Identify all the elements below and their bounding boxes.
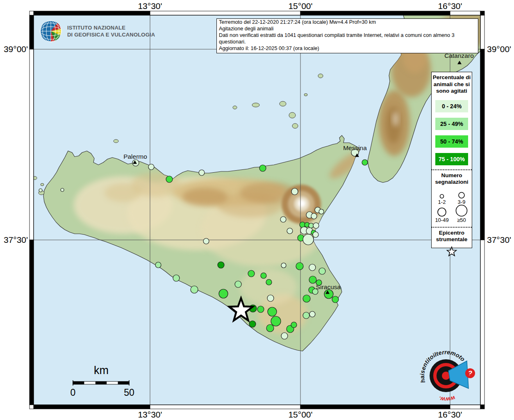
axis-bottom-1330: 13°30' — [130, 410, 171, 420]
axis-left-3730: 37°30' — [0, 235, 28, 245]
report-circle — [309, 276, 316, 283]
report-circle — [257, 306, 264, 313]
report-circle — [303, 295, 310, 302]
report-circle — [313, 232, 318, 237]
report-circle — [311, 213, 317, 219]
report-circle — [281, 263, 286, 268]
island — [304, 94, 307, 96]
scalebar-start: 0 — [65, 387, 81, 398]
event-subtitle: Agitazione degli animali — [219, 26, 476, 32]
terrain-blob — [182, 188, 227, 206]
report-circle — [313, 223, 319, 228]
report-circle — [191, 286, 198, 293]
island — [114, 139, 118, 143]
scalebar-unit: km — [77, 364, 126, 377]
axis-bottom-1500: 15°00' — [280, 410, 321, 420]
ingv-name-line2: DI GEOFISICA E VULCANOLOGIA — [67, 31, 155, 38]
report-circle — [324, 290, 333, 299]
legend-num-title: Numero segnalazioni — [432, 170, 472, 186]
report-circle — [267, 295, 274, 301]
terrain-blob — [105, 184, 141, 202]
report-circle — [219, 289, 228, 298]
legend-size-circle — [459, 192, 464, 198]
axis-right-3900: 39°00' — [487, 44, 511, 54]
legend-pct-title: Percentuale di animali che si sono agita… — [432, 72, 472, 95]
legend-size-class: 3-9 — [452, 187, 471, 205]
city-label: Palermo — [123, 153, 147, 160]
legend: Percentuale di animali che si sono agita… — [431, 72, 472, 248]
report-circle — [287, 228, 293, 234]
legend-swatch: 50 - 74% — [435, 135, 468, 148]
legend-size-circle — [456, 205, 467, 216]
report-circle — [280, 217, 286, 222]
legend-size-circle — [438, 208, 446, 216]
axis-bottom-1630: 16°30' — [430, 410, 471, 420]
legend-size-label: 1-2 — [432, 199, 452, 205]
legend-epi-title: Epicentro strumentale — [432, 228, 472, 243]
report-circle — [249, 321, 256, 327]
report-circle — [61, 188, 64, 192]
report-circle — [39, 189, 42, 192]
report-circle — [271, 316, 281, 326]
terrain-blob — [393, 112, 398, 126]
report-circle — [203, 238, 209, 244]
axis-right-3730: 37°30' — [487, 235, 511, 245]
report-circle — [319, 268, 325, 274]
report-circle — [266, 279, 272, 285]
report-circle — [303, 234, 314, 245]
svg-text:.it: .it — [466, 372, 473, 379]
island — [280, 101, 286, 106]
report-circle — [261, 273, 266, 278]
island — [292, 123, 298, 128]
legend-size-label: 10-49 — [432, 217, 452, 223]
event-info-box: Terremoto del 22-12-2020 21:27:24 (ora l… — [216, 18, 478, 53]
island — [233, 106, 237, 109]
legend-size-class: ≥50 — [452, 205, 471, 223]
city-label: Siracusa — [316, 283, 341, 290]
report-circle — [303, 312, 309, 319]
city-label: Messina — [343, 144, 367, 151]
island — [41, 183, 44, 186]
report-circle — [319, 209, 324, 214]
island — [318, 74, 323, 78]
report-circle — [155, 262, 161, 268]
ingv-globe-icon — [39, 20, 62, 43]
legend-swatch: 0 - 24% — [435, 100, 468, 112]
legend-swatches: 0 - 24%25 - 49%50 - 74%75 - 100% — [432, 100, 472, 165]
report-circle — [259, 165, 266, 171]
ingv-name-line1: ISTITUTO NAZIONALE — [67, 24, 155, 31]
report-circle — [362, 160, 368, 165]
watermark-arc-suffix: .it — [466, 372, 473, 379]
report-circle — [296, 262, 303, 270]
report-circle — [235, 281, 241, 288]
axis-top-1330: 13°30' — [130, 1, 171, 11]
report-circle — [291, 188, 298, 195]
island — [252, 103, 259, 107]
scalebar-end: 50 — [121, 387, 137, 398]
report-circle — [281, 333, 288, 339]
map-page: { "header": { "ingv_line1": "ISTITUTO NA… — [0, 0, 514, 420]
event-datanote: Dati non verificati estratti da 1041 que… — [219, 32, 476, 46]
legend-size-circle — [440, 194, 444, 198]
report-circle — [199, 170, 205, 176]
terrain-blob — [386, 107, 401, 144]
report-circle — [268, 307, 277, 316]
event-title: Terremoto del 22-12-2020 21:27:24 (ora l… — [219, 19, 476, 26]
report-circle — [166, 176, 173, 183]
axis-top-1500: 15°00' — [280, 1, 321, 11]
report-circle — [309, 311, 315, 317]
legend-swatch: 25 - 49% — [435, 118, 468, 130]
legend-size-class: 10-49 — [432, 205, 452, 223]
report-circle — [173, 275, 180, 281]
legend-size-classes: 1-23-910-49≥50 — [432, 187, 471, 223]
report-circle — [332, 296, 339, 303]
island — [289, 112, 296, 118]
ingv-logo-block: ISTITUTO NAZIONALE DI GEOFISICA E VULCAN… — [39, 20, 155, 43]
event-updated: Aggiornato il: 16-12-2025 00:37 (ora loc… — [219, 46, 476, 52]
report-circle — [291, 322, 297, 328]
axis-left-3900: 39°00' — [0, 44, 28, 54]
report-circle — [148, 164, 154, 170]
city-label: Catanzaro — [444, 52, 474, 59]
report-circle — [218, 262, 224, 268]
report-circle — [309, 264, 316, 271]
